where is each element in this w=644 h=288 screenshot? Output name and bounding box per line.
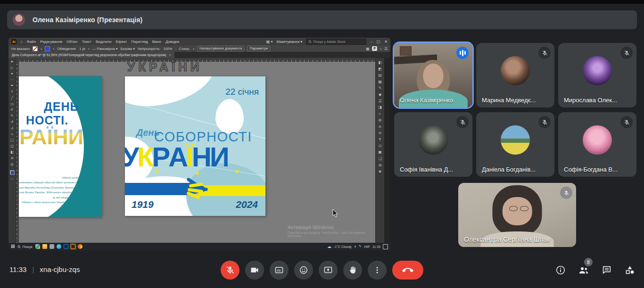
pen-tray-icon[interactable]: ✎ [359, 245, 362, 248]
participant-tile-oleksandra[interactable]: Олександра Сергіївна Шпак [458, 183, 576, 247]
shape-builder-tool-icon[interactable]: ◫ [10, 144, 14, 148]
brush-dropdown[interactable]: Базова ▾ [120, 47, 134, 51]
brushes-panel-icon[interactable]: ✎ [379, 86, 382, 90]
paintbrush-tool-icon[interactable]: ✐ [10, 108, 13, 112]
appearance-panel-icon[interactable]: ◍ [379, 118, 382, 122]
width-tool-icon[interactable]: ∿ [10, 132, 13, 136]
menu-item[interactable]: Файл [26, 40, 36, 44]
properties-toggle[interactable]: P [372, 46, 377, 51]
screen-share-region[interactable]: Ai ⌂ ФайлРедагуванняОб'єктТекстВиділитиЕ… [8, 38, 390, 250]
character-panel-icon[interactable]: Я [379, 131, 381, 135]
language-indicator[interactable]: УКР [364, 245, 370, 248]
meeting-details-button[interactable] [555, 265, 566, 275]
workspace-switcher[interactable]: Макетування ▾ [277, 40, 303, 44]
width-profile-dropdown[interactable]: — Рівномірна ▾ [92, 47, 118, 51]
graphic-styles-panel-icon[interactable]: A [379, 124, 381, 129]
taskbar-clock[interactable]: 11:33 [372, 245, 380, 248]
participant-tile-daniela[interactable]: Даніела Богданів... [476, 112, 554, 177]
window-control-button[interactable]: ▢ [377, 40, 380, 44]
layers-panel-icon[interactable]: ▣ [378, 150, 382, 154]
symbols-panel-icon[interactable]: ◆ [379, 92, 381, 97]
telegram-icon[interactable] [57, 244, 61, 249]
preferences-button[interactable]: Параметри [247, 46, 270, 51]
home-icon[interactable]: ⌂ [20, 39, 23, 44]
illustrator-canvas[interactable]: УКРАЇНИ ДЕНЬ НОСТІ. РАЇНИ Однині воєдино… [19, 62, 376, 243]
presenter-banner[interactable]: Олена Казіміренко (Презентація) [7, 10, 637, 29]
zoom-tool-icon[interactable]: ◎ [10, 163, 14, 166]
color-guide-panel-icon[interactable]: ◩ [378, 67, 382, 71]
poster-left-artboard[interactable]: ДЕНЬ НОСТІ. РАЇНИ Однині воєдино зливают… [19, 76, 101, 217]
camera-button[interactable] [245, 261, 264, 280]
libraries-panel-icon[interactable]: ▤ [378, 73, 382, 77]
reactions-button[interactable] [294, 261, 313, 280]
align-panel-icon[interactable]: ⊞ [379, 163, 382, 167]
fill-stroke-indicator[interactable] [10, 170, 15, 175]
file-explorer-icon[interactable] [42, 244, 47, 249]
selection-tool-icon[interactable]: ➤ [10, 60, 13, 64]
fill-swatch-icon[interactable] [33, 46, 38, 51]
document-setup-button[interactable]: Налаштування документа [197, 46, 245, 51]
free-transform-tool-icon[interactable]: ▢ [10, 138, 14, 142]
menu-item[interactable]: Ефект [116, 40, 127, 44]
direct-selection-tool-icon[interactable]: ▷ [11, 66, 14, 70]
paragraph-panel-icon[interactable]: ¶ [379, 137, 381, 141]
toolbar-more-icon[interactable]: ⋯ [10, 177, 14, 181]
participant-tile-sofia-b[interactable]: Софія-Богдана В... [558, 112, 636, 177]
tab-close-icon[interactable]: × [169, 53, 171, 57]
lasso-tool-icon[interactable]: ◌ [11, 78, 13, 82]
pencil-tool-icon[interactable]: ✎ [10, 114, 13, 118]
notification-center-icon[interactable] [383, 244, 388, 249]
participant-tile-maryna[interactable]: Марина Медведє... [476, 43, 554, 107]
menu-item[interactable]: Об'єкт [66, 40, 78, 44]
participant-tile-myroslava[interactable]: Мирослава Олек... [558, 43, 636, 107]
captions-button[interactable]: CC [270, 261, 289, 280]
window-control-button[interactable]: – [370, 40, 372, 44]
illustrator-icon[interactable] [71, 244, 75, 249]
firefox-icon[interactable] [78, 244, 83, 249]
gradient-panel-icon[interactable]: ◨ [378, 105, 382, 109]
gradient-tool-icon[interactable]: ◧ [10, 150, 14, 154]
document-tab[interactable]: День Соборності.ai* @ 51,59% (RGB/Попере… [8, 52, 174, 58]
poster-right-artboard[interactable]: 22 січня День СОБОРНОСТІ УКРАЇНИ [125, 76, 265, 216]
end-call-button[interactable] [392, 261, 423, 280]
menu-item[interactable]: Вікно [152, 40, 161, 44]
weather-widget-icon[interactable] [35, 244, 40, 249]
present-screen-button[interactable] [319, 261, 338, 280]
pen-tool-icon[interactable]: ✒ [10, 84, 13, 88]
stock-search-input[interactable]: Пошук у Adobe Stock [306, 39, 366, 45]
scale-tool-icon[interactable]: ⊿ [10, 126, 13, 130]
mic-button[interactable] [221, 261, 239, 280]
panel-menu-icon[interactable]: ☰ [384, 47, 388, 51]
stroke-panel-icon[interactable]: ☰ [378, 99, 381, 103]
rotate-tool-icon[interactable]: ↺ [10, 120, 13, 124]
line-segment-tool-icon[interactable]: ╱ [11, 96, 13, 100]
menu-item[interactable]: Виділити [96, 40, 112, 44]
artboards-panel-icon[interactable]: ❏ [378, 156, 381, 161]
taskbar-search[interactable]: Пошук [17, 245, 32, 248]
participant-tile-olena[interactable]: Олена Казіміренко [394, 43, 472, 107]
windows-taskbar[interactable]: ⊞ Пошук ☁ -1°C Cloudy ∧ ✎ УКР 11:33 [8, 243, 390, 250]
menu-item[interactable]: Довідка [165, 40, 179, 44]
type-tool-icon[interactable]: T [11, 90, 13, 94]
illustrator-toolbar[interactable]: ➤▷✦◌✒T╱▭✐✎↺⊿∿▢◫◧✛◎ ⋯ [8, 58, 16, 243]
swatches-panel-icon[interactable]: ▦ [378, 80, 382, 84]
eyedropper-tool-icon[interactable]: ✛ [10, 156, 13, 160]
more-options-button[interactable] [368, 261, 387, 280]
arrange-documents-icon[interactable]: ▦ ▾ [266, 40, 273, 44]
menu-item[interactable]: Текст [82, 40, 91, 44]
photoshop-icon[interactable] [64, 244, 68, 249]
tray-expand-icon[interactable]: ∧ [354, 245, 356, 248]
opentype-panel-icon[interactable]: O [379, 144, 381, 148]
raise-hand-button[interactable] [343, 261, 362, 280]
magic-wand-tool-icon[interactable]: ✦ [10, 72, 13, 76]
chat-button[interactable] [602, 265, 612, 275]
window-control-button[interactable]: ✕ [384, 40, 388, 44]
start-button-icon[interactable]: ⊞ [11, 244, 15, 249]
menu-item[interactable]: Редагування [40, 40, 62, 44]
navigator-panel-icon[interactable]: ◈ [379, 169, 381, 173]
color-panel-icon[interactable]: ◧ [378, 60, 382, 65]
people-button[interactable]: 8 [578, 264, 589, 276]
opacity-value[interactable]: 100% [163, 47, 172, 51]
panel-grid-icon[interactable]: ▦ [366, 47, 369, 51]
menu-item[interactable]: Перегляд [131, 40, 148, 44]
